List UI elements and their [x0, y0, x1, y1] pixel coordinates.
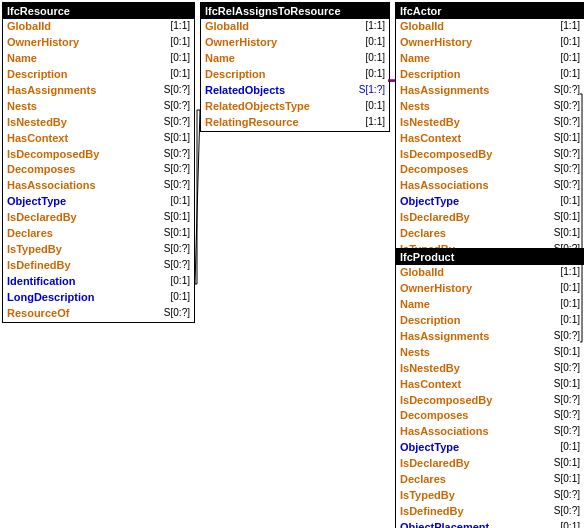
ifc-product-title: IfcProduct — [396, 249, 584, 265]
table-row: RelatedObjectsType[0:1] — [201, 99, 389, 115]
ifc-product-body: GlobalId[1:1] OwnerHistory[0:1] Name[0:1… — [396, 265, 584, 528]
ifc-rel-assigns-title: IfcRelAssignsToResource — [201, 3, 389, 19]
table-row: IsDeclaredByS[0:1] — [396, 210, 584, 226]
table-row: NestsS[0:?] — [396, 99, 584, 115]
table-row: ObjectType[0:1] — [396, 194, 584, 210]
table-row: Description[0:1] — [396, 313, 584, 329]
table-row: NestsS[0:?] — [3, 99, 194, 115]
table-row: ObjectType[0:1] — [396, 440, 584, 456]
table-row: Identification[0:1] — [3, 274, 194, 290]
table-row: DeclaresS[0:1] — [396, 472, 584, 488]
table-row: HasAssociationsS[0:?] — [3, 178, 194, 194]
table-row: IsTypedByS[0:?] — [396, 488, 584, 504]
table-row: IsDeclaredByS[0:1] — [396, 456, 584, 472]
table-row: Description[0:1] — [3, 67, 194, 83]
table-row: HasAssociationsS[0:?] — [396, 424, 584, 440]
table-row: GlobalId[1:1] — [396, 265, 584, 281]
table-row: ObjectPlacement[0:1] — [396, 520, 584, 528]
table-row: HasAssignmentsS[0:?] — [3, 83, 194, 99]
table-row: DeclaresS[0:1] — [396, 226, 584, 242]
table-row: OwnerHistory[0:1] — [201, 35, 389, 51]
table-row: RelatingResource[1:1] — [201, 115, 389, 131]
polyline-resource-rel — [195, 110, 200, 284]
table-row: Description[0:1] — [396, 67, 584, 83]
ifc-actor-title: IfcActor — [396, 3, 584, 19]
table-row: HasContextS[0:1] — [396, 131, 584, 147]
table-row: HasAssignmentsS[0:?] — [396, 329, 584, 345]
ifc-resource-body: GlobalId[1:1] OwnerHistory[0:1] Name[0:1… — [3, 19, 194, 322]
ifc-resource-title: IfcResource — [3, 3, 194, 19]
table-row: GlobalId[1:1] — [3, 19, 194, 35]
table-row: HasContextS[0:1] — [3, 131, 194, 147]
table-row: ObjectType[0:1] — [3, 194, 194, 210]
diagram-container: IfcResource GlobalId[1:1] OwnerHistory[0… — [0, 0, 584, 528]
table-row: OwnerHistory[0:1] — [3, 35, 194, 51]
table-row: HasContextS[0:1] — [396, 377, 584, 393]
ifc-rel-assigns-box: IfcRelAssignsToResource GlobalId[1:1] Ow… — [200, 2, 390, 132]
table-row: IsDecomposedByS[0:?] — [396, 393, 584, 409]
table-row: DecomposesS[0:?] — [3, 162, 194, 178]
table-row: RelatedObjectsS[1:?] — [201, 83, 389, 99]
table-row: DecomposesS[0:?] — [396, 162, 584, 178]
table-row: IsNestedByS[0:?] — [396, 361, 584, 377]
table-row: IsTypedByS[0:?] — [3, 242, 194, 258]
table-row: Name[0:1] — [396, 51, 584, 67]
ifc-resource-box: IfcResource GlobalId[1:1] OwnerHistory[0… — [2, 2, 195, 323]
table-row: IsNestedByS[0:?] — [396, 115, 584, 131]
table-row: ResourceOfS[0:?] — [3, 306, 194, 322]
table-row: IsDeclaredByS[0:1] — [3, 210, 194, 226]
table-row: IsDecomposedByS[0:?] — [3, 147, 194, 163]
table-row: HasAssignmentsS[0:?] — [396, 83, 584, 99]
table-row: DecomposesS[0:?] — [396, 408, 584, 424]
table-row: IsNestedByS[0:?] — [3, 115, 194, 131]
ifc-product-box: IfcProduct GlobalId[1:1] OwnerHistory[0:… — [395, 248, 584, 528]
table-row: Description[0:1] — [201, 67, 389, 83]
table-row: GlobalId[1:1] — [201, 19, 389, 35]
table-row: IsDefinedByS[0:?] — [396, 504, 584, 520]
table-row: LongDescription[0:1] — [3, 290, 194, 306]
ifc-rel-assigns-body: GlobalId[1:1] OwnerHistory[0:1] Name[0:1… — [201, 19, 389, 131]
table-row: IsDefinedByS[0:?] — [3, 258, 194, 274]
table-row: GlobalId[1:1] — [396, 19, 584, 35]
table-row: HasAssociationsS[0:?] — [396, 178, 584, 194]
table-row: OwnerHistory[0:1] — [396, 281, 584, 297]
table-row: IsDecomposedByS[0:?] — [396, 147, 584, 163]
connector-resource-rel — [195, 110, 200, 284]
table-row: OwnerHistory[0:1] — [396, 35, 584, 51]
table-row: Name[0:1] — [3, 51, 194, 67]
table-row: NestsS[0:1] — [396, 345, 584, 361]
table-row: Name[0:1] — [396, 297, 584, 313]
table-row: Name[0:1] — [201, 51, 389, 67]
table-row: DeclaresS[0:1] — [3, 226, 194, 242]
